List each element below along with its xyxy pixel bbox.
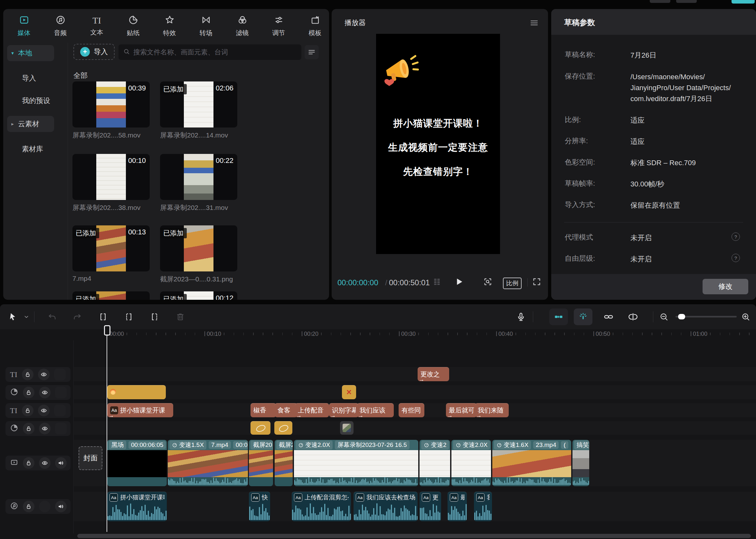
text-clip[interactable]: 更改之→ <box>417 367 449 381</box>
fullscreen-icon[interactable] <box>532 277 542 288</box>
ratio-button[interactable]: 比例 <box>503 277 522 289</box>
help-icon[interactable]: ? <box>731 232 740 241</box>
lock-button[interactable] <box>22 405 34 416</box>
cover-button[interactable]: 封面 <box>79 446 103 470</box>
split-keep-right-button[interactable] <box>147 310 162 324</box>
audio-clip[interactable]: Aa快看 <box>249 492 270 521</box>
lock-button[interactable] <box>23 457 35 469</box>
split-keep-left-button[interactable] <box>122 310 136 324</box>
tab-adjust[interactable]: 调节 <box>261 9 297 43</box>
tab-audio[interactable]: 音频 <box>42 9 79 43</box>
tab-transition[interactable]: 转场 <box>188 9 224 43</box>
audio-clip[interactable]: Aa最后 <box>448 492 467 521</box>
select-tool-button[interactable] <box>6 310 20 324</box>
delete-button[interactable] <box>173 310 188 324</box>
video-clip[interactable]: 变速2.0X屏幕录制2023-07-26 16.5 <box>294 440 418 486</box>
video-clip[interactable]: 黑场00:00:06:05 <box>107 440 167 486</box>
sticker-clip[interactable] <box>251 421 270 435</box>
tab-media[interactable]: 媒体 <box>6 9 42 43</box>
cutoff-button[interactable] <box>676 0 697 3</box>
audio-clip[interactable]: Aa上传配音混剪怎么 <box>292 492 351 521</box>
video-clip[interactable]: 搞笑转 <box>572 440 589 486</box>
search-input[interactable]: 搜索文件名称、画面元素、台词 <box>118 44 301 60</box>
speaker-button[interactable] <box>55 501 67 512</box>
text-clip[interactable]: 食客 <box>275 403 297 417</box>
text-clip[interactable]: Aa拼小猫课堂开课→ <box>107 403 173 417</box>
tab-template[interactable]: 模板 <box>297 9 329 43</box>
eye-button[interactable] <box>39 423 50 434</box>
video-clip[interactable]: 截屏20 <box>249 440 273 486</box>
timeline-zoom-slider[interactable] <box>675 316 737 318</box>
eye-button[interactable] <box>39 457 50 469</box>
timeline-zoom-in-button[interactable] <box>739 310 753 324</box>
media-item[interactable]: 00:22屏幕录制202....31.mov <box>160 154 237 212</box>
lock-button[interactable] <box>22 369 34 380</box>
tab-filter[interactable]: 滤镜 <box>224 9 261 43</box>
effect-clip[interactable]: × <box>342 385 356 399</box>
audio-clip[interactable]: Aa拼小猫课堂开课啦 <box>107 492 167 521</box>
text-clip[interactable]: 我们应该→ <box>357 403 394 417</box>
audio-clip[interactable]: Aa更改 <box>419 492 441 521</box>
tab-text[interactable]: TI文本 <box>79 9 115 43</box>
lock-button[interactable] <box>23 501 35 512</box>
sidebar-item[interactable]: 素材库 <box>22 144 43 154</box>
split-button[interactable] <box>96 310 110 324</box>
modify-button[interactable]: 修改 <box>703 279 748 294</box>
play-button[interactable] <box>453 276 464 288</box>
video-clip[interactable]: 变速1.6X23.mp4( <box>492 440 571 486</box>
playhead[interactable] <box>107 327 107 532</box>
sidebar-item[interactable]: ▸云素材 <box>7 116 54 132</box>
link-button[interactable] <box>601 310 616 324</box>
media-view-toggle[interactable] <box>305 45 319 59</box>
record-voice-button[interactable] <box>514 310 528 324</box>
text-clip[interactable]: 识别字幕→ <box>329 403 359 417</box>
tab-effects[interactable]: 特效 <box>151 9 188 43</box>
sidebar-item[interactable]: ▾本地 <box>7 45 54 61</box>
help-icon[interactable]: ? <box>731 254 740 262</box>
media-item[interactable]: 00:39屏幕录制202....58.mov <box>72 81 150 140</box>
sticker-clip[interactable] <box>274 421 292 435</box>
preview-axis-button[interactable] <box>574 308 592 325</box>
clip-split-mode-button[interactable] <box>626 310 640 324</box>
horizontal-scrollbar[interactable] <box>77 534 751 538</box>
video-clip[interactable]: 变速2 <box>419 440 450 486</box>
slider-knob[interactable] <box>678 314 685 319</box>
audio-clip[interactable]: Aa我们 <box>474 492 492 521</box>
speaker-button[interactable] <box>55 457 67 469</box>
audio-clip[interactable]: Aa我们应该去检查场 <box>353 492 417 521</box>
redo-button[interactable] <box>70 310 84 324</box>
text-clip[interactable]: 我们来随→ <box>475 403 509 417</box>
undo-button[interactable] <box>45 310 59 324</box>
text-clip[interactable]: 最后就可→ <box>446 403 477 417</box>
auto-snap-button[interactable] <box>549 308 568 325</box>
frame-zoom-icon[interactable] <box>483 277 492 288</box>
video-clip[interactable]: 截屏2 <box>275 440 293 486</box>
playhead-handle[interactable] <box>104 325 111 336</box>
eye-button[interactable] <box>39 387 50 398</box>
import-button[interactable]: + 导入 <box>73 44 114 60</box>
lock-button[interactable] <box>23 387 35 398</box>
text-clip[interactable]: 上传配音→ <box>295 403 329 417</box>
cutoff-export-button[interactable] <box>731 0 755 4</box>
subtitle-list-icon[interactable] <box>432 277 442 288</box>
sticker-clip[interactable] <box>340 421 353 435</box>
effect-clip[interactable] <box>107 385 166 399</box>
lock-button[interactable] <box>23 423 35 434</box>
sidebar-item[interactable]: 导入 <box>22 73 36 83</box>
timeline-zoom-out-button[interactable] <box>657 310 671 324</box>
media-item-partial[interactable]: 已添加 <box>72 291 150 300</box>
media-item[interactable]: 00:10屏幕录制202....38.mov <box>72 154 150 212</box>
tab-sticker[interactable]: 贴纸 <box>115 9 151 43</box>
player-menu-icon[interactable] <box>529 18 539 29</box>
select-tool-chevron[interactable] <box>19 310 34 324</box>
media-item-partial[interactable]: 已添加00:12 <box>160 291 237 300</box>
text-clip[interactable]: 椒香 <box>251 403 276 417</box>
media-item[interactable]: 已添加02:06屏幕录制202....14.mov <box>160 81 237 140</box>
eye-button[interactable] <box>38 405 49 416</box>
text-clip[interactable]: 有些同 <box>399 403 424 417</box>
media-item[interactable]: 已添加00:137.mp4 <box>72 225 150 282</box>
eye-button[interactable] <box>38 369 49 380</box>
video-clip[interactable]: 变速1.5X7.mp400:0 <box>168 440 248 486</box>
sidebar-item[interactable]: 我的预设 <box>22 96 50 106</box>
cutoff-button[interactable] <box>650 0 670 3</box>
